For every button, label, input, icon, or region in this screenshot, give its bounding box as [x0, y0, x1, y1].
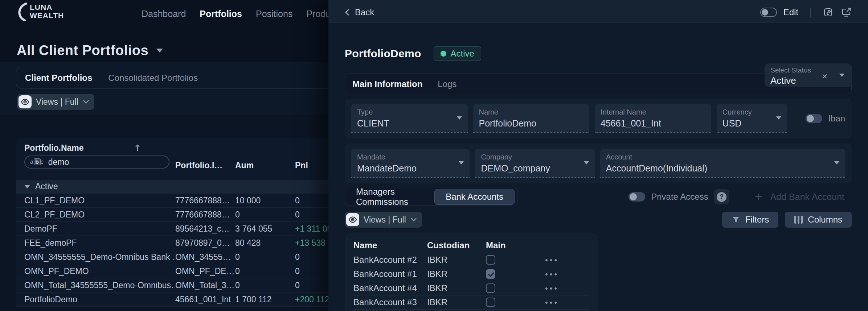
- company-label: Company: [481, 153, 589, 161]
- cell-portfolio-name: CL2_PF_DEMO: [24, 210, 175, 220]
- bank-table-row[interactable]: BankAccount #4 IBKR •••: [353, 281, 589, 295]
- mandate-label: Mandate: [357, 153, 464, 161]
- portfolio-title: PortfolioDemo: [345, 47, 421, 60]
- cell-portfolio-id: 45661_001_Int: [175, 295, 235, 304]
- column-header-portfolio-name[interactable]: Portfolio.Name: [24, 143, 84, 153]
- type-select[interactable]: Type CLIENT: [351, 104, 468, 133]
- iban-toggle[interactable]: [806, 114, 822, 123]
- tab-main-information[interactable]: Main Information: [352, 79, 422, 89]
- table-row[interactable]: DemoPF 89564213_c… 3 764 055 +1 311 053: [16, 222, 335, 236]
- cell-bank-name: BankAccount #3: [353, 297, 427, 307]
- cell-bank-name: BankAccount #1: [353, 269, 427, 279]
- cell-portfolio-id: 7776667888…: [175, 196, 235, 206]
- account-select[interactable]: Account AccountDemo(Individual): [600, 149, 845, 178]
- back-button[interactable]: Back: [345, 7, 374, 17]
- main-checkbox[interactable]: [486, 255, 495, 265]
- views-full-button-left[interactable]: Views | Full: [17, 94, 94, 110]
- main-checkbox[interactable]: [486, 298, 495, 307]
- mandate-select[interactable]: Mandate MandateDemo: [351, 149, 470, 178]
- bank-column-custodian[interactable]: Custodian: [427, 240, 486, 250]
- columns-icon: [794, 216, 803, 224]
- type-label: Type: [357, 108, 462, 116]
- tab-consolidated-portfolios[interactable]: Consolidated Portfolios: [108, 73, 198, 83]
- cell-portfolio-name: FEE_demoPF: [24, 238, 175, 248]
- status-badge-label: Active: [451, 49, 474, 59]
- table-row[interactable]: OMN_Total_34555555_Demo-Omnibus… OMN_Tot…: [16, 278, 335, 293]
- title-dropdown-caret-icon[interactable]: [156, 49, 163, 53]
- tab-client-portfolios[interactable]: Client Portfolios: [25, 73, 92, 83]
- cell-custodian: IBKR: [427, 255, 486, 265]
- portfolio-table: Portfolio.Name abc Portfolio.I… Aum Pnl …: [16, 138, 335, 307]
- columns-label: Columns: [808, 215, 842, 225]
- table-row[interactable]: OMN_34555555_Demo-Omnibus Bank … OMN_345…: [16, 250, 335, 264]
- cell-aum: 10 000: [235, 196, 295, 206]
- table-row[interactable]: CL1_PF_DEMO 7776667888… 10 000 0: [16, 194, 335, 208]
- nav-item-dashboard[interactable]: Dashboard: [142, 9, 186, 19]
- company-select[interactable]: Company DEMO_company: [475, 149, 594, 178]
- name-field[interactable]: Name PortfolioDemo: [473, 104, 590, 133]
- copy-link-icon[interactable]: [822, 7, 834, 18]
- cell-portfolio-name: OMN_34555555_Demo-Omnibus Bank …: [24, 252, 175, 262]
- main-checkbox[interactable]: [486, 269, 495, 279]
- status-clear-icon[interactable]: ✕: [822, 72, 828, 81]
- column-header-aum[interactable]: Aum: [235, 161, 254, 170]
- status-select[interactable]: Select Status Active ✕: [765, 63, 852, 87]
- private-access-toggle[interactable]: [629, 192, 645, 202]
- panel-header: Back Edit: [328, 0, 868, 23]
- nav-item-portfolios[interactable]: Portfolios: [200, 9, 242, 19]
- toggle-knob: [630, 193, 637, 200]
- open-external-icon[interactable]: [840, 7, 852, 18]
- cell-portfolio-id: 89564213_c…: [175, 224, 235, 234]
- table-row[interactable]: PortfolioDemo 45661_001_Int 1 700 112 +2…: [16, 293, 335, 307]
- column-header-pnl[interactable]: Pnl: [295, 161, 308, 170]
- sort-ascending-icon[interactable]: [134, 144, 141, 152]
- bank-table-row[interactable]: BankAccount #1 IBKR •••: [353, 267, 589, 281]
- bank-table-row[interactable]: BankAccount #2 IBKR •••: [353, 253, 589, 267]
- tab-managers-commissions[interactable]: Managers Commissions: [356, 187, 424, 207]
- portfolio-table-header: Portfolio.Name abc Portfolio.I… Aum Pnl: [16, 144, 335, 173]
- toggle-knob: [762, 9, 768, 16]
- currency-label: Currency: [722, 108, 782, 116]
- main-checkbox[interactable]: [486, 283, 495, 293]
- bank-toolbar: Views | Full Filters Columns: [345, 212, 852, 228]
- subtabs-row: Managers Commissions Bank Accounts Priva…: [345, 188, 852, 206]
- filters-label: Filters: [745, 215, 769, 225]
- views-full-label: Views | Full: [36, 97, 78, 107]
- columns-button[interactable]: Columns: [785, 212, 852, 228]
- cell-portfolio-name: PortfolioDemo: [24, 295, 175, 304]
- table-row[interactable]: CL2_PF_DEMO 7776667888… 0 0: [16, 208, 335, 222]
- cell-bank-name: BankAccount #2: [353, 255, 427, 265]
- row-actions-icon[interactable]: •••: [545, 284, 559, 293]
- table-row[interactable]: FEE_demoPF 87970897_0… 80 428 +13 538: [16, 236, 335, 250]
- bank-column-name[interactable]: Name: [353, 240, 427, 250]
- filters-button[interactable]: Filters: [722, 212, 778, 228]
- bank-table-row[interactable]: BankAccount #3 IBKR •••: [353, 295, 589, 310]
- account-value: AccountDemo(Individual): [606, 163, 839, 174]
- bank-column-main[interactable]: Main: [486, 240, 545, 250]
- tab-logs[interactable]: Logs: [438, 79, 456, 89]
- table-row[interactable]: OMN_PF_DEMO OMN_PF_DE… 0 0: [16, 264, 335, 278]
- status-caret-icon[interactable]: [839, 74, 844, 77]
- status-select-value: Active: [770, 75, 846, 86]
- type-value: CLIENT: [357, 118, 462, 129]
- luna-wealth-logo[interactable]: LUNA WEALTH: [15, 2, 95, 21]
- cell-custodian: IBKR: [427, 283, 486, 293]
- nav-item-positions[interactable]: Positions: [256, 9, 292, 19]
- row-actions-icon[interactable]: •••: [545, 270, 559, 279]
- row-actions-icon[interactable]: •••: [545, 298, 559, 307]
- internal-name-field[interactable]: Internal Name 45661_001_Int: [595, 104, 711, 133]
- tab-bank-accounts[interactable]: Bank Accounts: [434, 189, 515, 205]
- page-title: All Client Portfolios: [17, 43, 148, 58]
- add-bank-account-button[interactable]: + Add Bank Account: [755, 190, 844, 203]
- private-access-help-icon[interactable]: ?: [714, 189, 729, 204]
- row-actions-icon[interactable]: •••: [545, 256, 559, 265]
- name-filter-input[interactable]: [48, 157, 157, 167]
- currency-select[interactable]: Currency USD: [717, 104, 787, 133]
- add-bank-account-label: Add Bank Account: [770, 192, 844, 202]
- cell-portfolio-name: OMN_Total_34555555_Demo-Omnibus…: [24, 281, 175, 290]
- group-row-active[interactable]: Active: [16, 180, 335, 194]
- chevron-down-icon: [83, 100, 89, 104]
- column-header-portfolio-id[interactable]: Portfolio.I…: [175, 161, 222, 170]
- views-full-button-panel[interactable]: Views | Full: [345, 212, 422, 228]
- edit-toggle[interactable]: [760, 8, 777, 17]
